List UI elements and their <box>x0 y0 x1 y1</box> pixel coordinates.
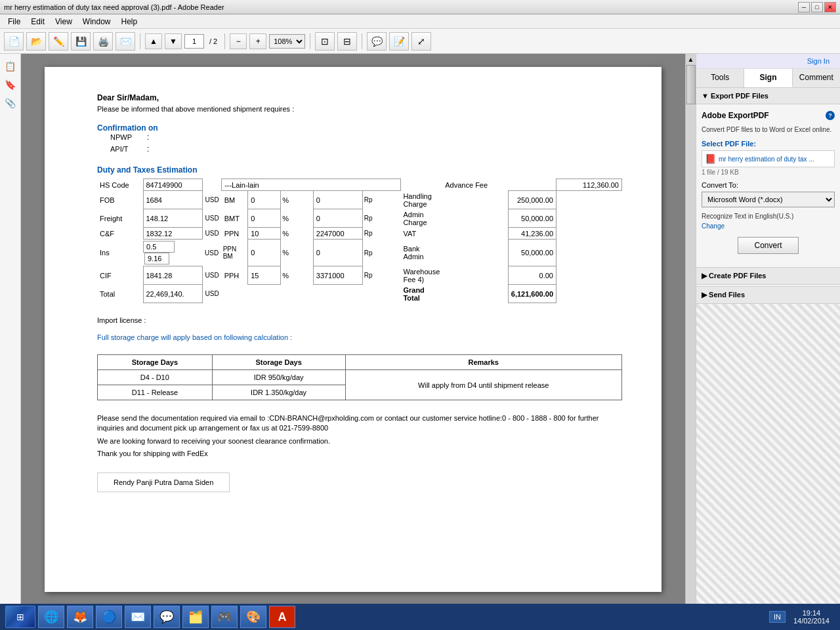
open-button[interactable]: 📂 <box>26 32 46 51</box>
clock-time: 19:14 <box>793 609 830 617</box>
create-pdf-section-header[interactable]: ▶ Create PDF Files <box>696 267 840 285</box>
markup-button[interactable]: 📝 <box>389 32 409 51</box>
language-indicator: IN <box>769 611 786 623</box>
taskbar-pdf-icon[interactable]: A <box>269 606 295 628</box>
fit-width-button[interactable]: ⊟ <box>337 32 357 51</box>
taskbar-email-icon[interactable]: ✉️ <box>125 606 151 628</box>
signature-box: Rendy Panji Putra Dama Siden <box>97 472 230 492</box>
taskbar-ie-icon[interactable]: 🌐 <box>38 606 64 628</box>
storage-col1: Storage Days <box>98 355 213 370</box>
main-area: 📋 🔖 📎 Dear Sir/Madam, Please be informed… <box>0 54 840 604</box>
bookmarks-icon[interactable]: 🔖 <box>3 77 18 92</box>
menu-view[interactable]: View <box>50 16 77 28</box>
taskbar-firefox-icon[interactable]: 🦊 <box>67 606 93 628</box>
panel-tabs: Tools Sign Comment <box>696 69 840 88</box>
scroll-thumb[interactable] <box>686 65 696 104</box>
file-entry: 📕 mr herry estimation of duty tax ... <box>702 150 835 167</box>
new-button[interactable]: 📄 <box>4 32 24 51</box>
taskbar: ⊞ 🌐 🦊 🔵 ✉️ 💬 🗂️ 🎮 🎨 A IN 19:14 14/02/201… <box>0 604 840 630</box>
edit-button[interactable]: ✏️ <box>49 32 68 51</box>
zoom-select[interactable]: 108% 75% 100% 125% 150% 200% <box>269 34 305 49</box>
taskbar-skype-icon[interactable]: 💬 <box>154 606 180 628</box>
page-number-input[interactable] <box>184 34 204 49</box>
fit-page-button[interactable]: ⊡ <box>315 32 335 51</box>
comment-button[interactable]: 💬 <box>367 32 387 51</box>
separator-2 <box>224 33 225 49</box>
duty-title: Duty and Taxes Estimation <box>97 165 622 175</box>
sign-in-link[interactable]: Sign In <box>802 54 835 68</box>
adobe-export-desc: Convert PDF files to to Word or Excel on… <box>702 125 835 135</box>
recognize-text: Recognize Text in English(U.S.) <box>702 213 835 220</box>
file-count: 1 file / 19 KB <box>702 169 835 176</box>
pages-icon[interactable]: 📋 <box>3 59 18 74</box>
tab-tools[interactable]: Tools <box>696 69 744 87</box>
zoom-out-button[interactable]: − <box>230 33 247 49</box>
convert-button[interactable]: Convert <box>738 237 798 254</box>
clock-area: 19:14 14/02/2014 <box>788 608 835 626</box>
send-files-title: ▶ Send Files <box>702 291 745 299</box>
maximize-button[interactable]: □ <box>811 2 823 12</box>
print-button[interactable]: 🖨️ <box>93 32 113 51</box>
minimize-button[interactable]: ─ <box>798 2 810 12</box>
convert-format-select[interactable]: Microsoft Word (*.docx) Microsoft Excel … <box>702 192 835 207</box>
cf-row: C&F 1832.12 USD PPN 10 % 2247000 Rp VAT … <box>97 228 622 240</box>
email-button[interactable]: ✉️ <box>116 32 135 51</box>
lain-value: ---Lain-lain <box>222 179 401 191</box>
convert-to-label: Convert To: <box>702 181 835 189</box>
storage-days-1: D4 - D10 <box>98 370 213 385</box>
storage-days-2: D11 - Release <box>98 385 213 400</box>
left-sidebar: 📋 🔖 📎 <box>0 54 21 604</box>
attachments-icon[interactable]: 📎 <box>3 96 18 110</box>
menu-file[interactable]: File <box>3 16 26 28</box>
storage-rate-2: IDR 1.350/kg/day <box>212 385 345 400</box>
doc-line1: Please be informed that above mentioned … <box>97 105 622 113</box>
advance-fee-value: 112,360.00 <box>556 179 622 191</box>
export-section-content: Adobe ExportPDF ? Convert PDF files to t… <box>696 104 840 267</box>
tab-comment[interactable]: Comment <box>793 69 840 87</box>
scroll-up-button[interactable]: ▲ <box>686 54 696 64</box>
greeting-text: Dear Sir/Madam, <box>97 93 622 102</box>
storage-remark-1: Will apply from D4 until shipment releas… <box>345 370 622 400</box>
tab-sign[interactable]: Sign <box>744 69 792 87</box>
hs-label: HS Code <box>97 179 143 191</box>
storage-col2: Storage Days <box>212 355 345 370</box>
pdf-area[interactable]: Dear Sir/Madam, Please be informed that … <box>21 54 685 604</box>
save-button[interactable]: 💾 <box>71 32 91 51</box>
separator-3 <box>310 33 310 49</box>
npwp-row: NPWP : <box>97 133 622 142</box>
menu-help[interactable]: Help <box>116 16 143 28</box>
panel-background-area <box>696 304 840 604</box>
menu-edit[interactable]: Edit <box>26 16 50 28</box>
page-total: / 2 <box>209 37 217 45</box>
npwp-label: NPWP <box>97 133 143 141</box>
help-icon[interactable]: ? <box>826 111 835 120</box>
taskbar-chrome-icon[interactable]: 🔵 <box>96 606 122 628</box>
next-page-button[interactable]: ▼ <box>165 33 182 49</box>
api-label: API/T <box>97 145 143 153</box>
duty-table: HS Code 847149900 ---Lain-lain Advance F… <box>97 178 622 303</box>
api-row: API/T : <box>97 144 622 154</box>
export-section-header[interactable]: ▼ Export PDF Files <box>696 88 840 104</box>
select-pdf-label: Select PDF File: <box>702 140 835 148</box>
scrollbar[interactable]: ▲ <box>685 54 696 604</box>
expand-button[interactable]: ⤢ <box>411 32 431 51</box>
adobe-export-title: Adobe ExportPDF <box>702 111 769 120</box>
import-license: Import license : <box>97 316 622 324</box>
pdf-page: Dear Sir/Madam, Please be informed that … <box>45 67 662 592</box>
cif-row: CIF 1841.28 USD PPH 15 % 3371000 Rp Ware… <box>97 266 622 285</box>
taskbar-paint-icon[interactable]: 🎨 <box>240 606 266 628</box>
clock-date: 14/02/2014 <box>793 617 830 625</box>
separator-1 <box>140 33 140 49</box>
prev-page-button[interactable]: ▲ <box>145 33 162 49</box>
send-files-section-header[interactable]: ▶ Send Files <box>696 286 840 304</box>
window-controls[interactable]: ─ □ ✕ <box>798 2 836 12</box>
pdf-file-icon: 📕 <box>705 154 716 164</box>
taskbar-game-icon[interactable]: 🎮 <box>211 606 238 628</box>
start-button[interactable]: ⊞ <box>5 606 35 628</box>
taskbar-explorer-icon[interactable]: 🗂️ <box>182 606 209 628</box>
close-button[interactable]: ✕ <box>824 2 836 12</box>
storage-row-1: D4 - D10 IDR 950/kg/day Will apply from … <box>98 370 622 385</box>
menu-window[interactable]: Window <box>77 16 116 28</box>
zoom-in-button[interactable]: + <box>249 33 266 49</box>
change-link[interactable]: Change <box>702 222 724 230</box>
